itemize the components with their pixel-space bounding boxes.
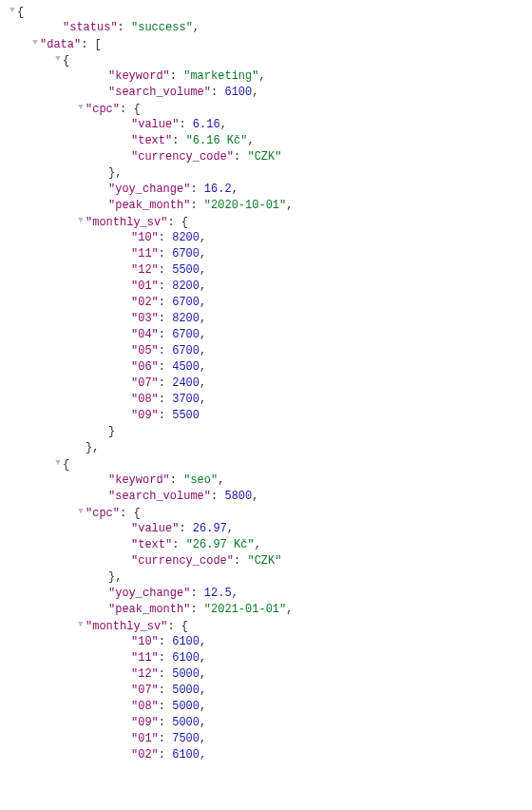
json-punct: , xyxy=(200,393,206,406)
json-punct: , xyxy=(200,700,206,713)
json-key: "yoy_change" xyxy=(108,587,190,600)
json-key: "data" xyxy=(40,38,81,51)
json-line: "yoy_change": 12.5, xyxy=(8,586,532,602)
json-punct: , xyxy=(200,732,206,745)
json-punct: : xyxy=(170,473,183,487)
json-punct: , xyxy=(247,134,254,147)
json-key: "08" xyxy=(131,393,159,406)
json-punct: , xyxy=(200,360,206,374)
json-punct: : xyxy=(159,651,172,665)
json-line: "keyword": "seo", xyxy=(8,472,532,489)
json-punct: , xyxy=(200,344,206,357)
json-key: "08" xyxy=(131,700,159,713)
json-string: "CZK" xyxy=(247,554,281,568)
json-number: 5800 xyxy=(224,490,252,503)
json-punct: , xyxy=(252,490,258,503)
json-line: ▼"monthly_sv": { xyxy=(8,214,532,230)
json-line: "05": 6700, xyxy=(8,343,532,359)
json-key: "peak_month" xyxy=(108,603,190,616)
json-punct: : xyxy=(159,393,172,406)
json-punct: , xyxy=(200,312,206,325)
json-line: "value": 6.16, xyxy=(8,117,532,133)
collapse-toggle-icon[interactable]: ▼ xyxy=(76,504,86,520)
json-number: 6700 xyxy=(172,344,200,357)
json-line: "04": 6700, xyxy=(8,327,532,343)
json-punct: : { xyxy=(167,620,188,633)
json-number: 5000 xyxy=(172,700,200,713)
json-punct: : xyxy=(190,587,203,600)
collapse-toggle-icon[interactable]: ▼ xyxy=(8,3,17,19)
json-line: "12": 5500, xyxy=(8,262,532,279)
json-punct: , xyxy=(200,231,206,244)
json-key: "search_volume" xyxy=(108,86,211,99)
json-string: "CZK" xyxy=(247,150,281,164)
json-line: "09": 5000, xyxy=(8,715,532,731)
json-line: } xyxy=(8,424,532,440)
json-line: "03": 8200, xyxy=(8,311,532,327)
json-string: "seo" xyxy=(183,473,218,487)
json-key: "12" xyxy=(131,667,159,681)
json-key: "06" xyxy=(131,360,159,374)
json-punct: : xyxy=(159,247,172,260)
json-punct: : xyxy=(159,748,172,762)
json-line: "search_volume": 6100, xyxy=(8,85,532,101)
json-punct: , xyxy=(200,716,206,729)
json-punct: { xyxy=(17,6,24,19)
json-punct: : xyxy=(159,328,172,341)
json-punct: : xyxy=(159,667,172,681)
json-number: 8200 xyxy=(172,280,200,293)
json-line: "08": 5000, xyxy=(8,699,532,715)
json-punct: , xyxy=(200,667,206,681)
json-key: "monthly_sv" xyxy=(86,216,167,229)
json-line: "08": 3700, xyxy=(8,392,532,408)
json-number: 6100 xyxy=(224,86,252,99)
json-punct: , xyxy=(200,635,206,648)
json-punct: , xyxy=(200,247,206,260)
json-key: "value" xyxy=(131,522,179,535)
json-punct: }, xyxy=(108,570,122,584)
collapse-toggle-icon[interactable]: ▼ xyxy=(53,455,63,472)
json-punct: : xyxy=(159,296,172,309)
json-punct: : { xyxy=(120,103,141,116)
json-number: 16.2 xyxy=(204,183,232,196)
json-line: "11": 6700, xyxy=(8,246,532,262)
json-line: }, xyxy=(8,165,532,182)
json-key: "text" xyxy=(131,134,172,147)
json-number: 12.5 xyxy=(204,587,232,600)
collapse-toggle-icon[interactable]: ▼ xyxy=(76,617,86,633)
json-punct: : xyxy=(159,684,172,697)
json-punct: : xyxy=(190,603,203,616)
json-line: "value": 26.97, xyxy=(8,521,532,537)
json-line: ▼"data": [ xyxy=(8,36,532,52)
json-line: "11": 6100, xyxy=(8,650,532,666)
json-punct: , xyxy=(200,651,206,665)
json-punct: , xyxy=(200,748,206,762)
json-punct: : xyxy=(159,344,172,357)
json-string: "marketing" xyxy=(183,69,258,83)
collapse-toggle-icon[interactable]: ▼ xyxy=(76,100,86,116)
json-line: ▼"cpc": { xyxy=(8,101,532,117)
json-punct: : xyxy=(179,118,192,131)
json-key: "yoy_change" xyxy=(108,183,190,196)
json-key: "10" xyxy=(131,635,159,648)
json-punct: , xyxy=(252,86,258,99)
json-string: "6.16 Kč" xyxy=(186,134,248,147)
json-key: "01" xyxy=(131,732,159,745)
json-number: 4500 xyxy=(172,360,200,374)
json-punct: : [ xyxy=(81,38,102,51)
json-punct: , xyxy=(286,199,293,212)
json-line: "06": 4500, xyxy=(8,359,532,376)
json-key: "11" xyxy=(131,247,159,260)
json-punct: , xyxy=(258,69,265,83)
collapse-toggle-icon[interactable]: ▼ xyxy=(30,35,40,51)
json-line: "search_volume": 5800, xyxy=(8,489,532,505)
json-punct: : xyxy=(172,134,185,147)
collapse-toggle-icon[interactable]: ▼ xyxy=(76,213,86,229)
json-number: 6.16 xyxy=(193,118,220,131)
json-line: "12": 5000, xyxy=(8,666,532,683)
json-key: "text" xyxy=(131,538,172,551)
json-punct: , xyxy=(286,603,293,616)
collapse-toggle-icon[interactable]: ▼ xyxy=(53,51,63,68)
json-line: "10": 6100, xyxy=(8,634,532,650)
json-punct: : xyxy=(159,732,172,745)
